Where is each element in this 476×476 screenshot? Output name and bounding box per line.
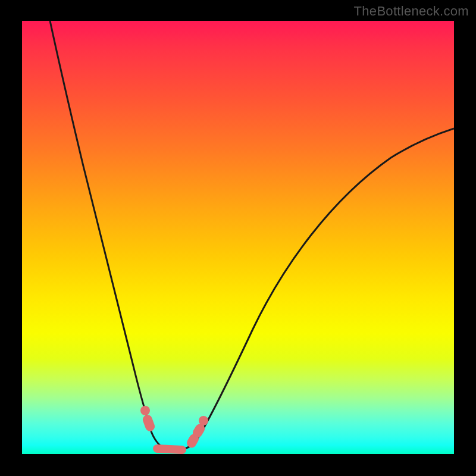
curve-group xyxy=(50,21,454,450)
svg-rect-1 xyxy=(153,444,187,454)
marker-right-3 xyxy=(199,416,208,425)
plot-area xyxy=(22,21,454,454)
marker-floor xyxy=(153,444,187,454)
marker-left-2 xyxy=(142,414,156,433)
curve-right-branch xyxy=(195,129,454,443)
watermark-text: TheBottleneck.com xyxy=(354,4,469,19)
marker-group xyxy=(140,406,208,454)
svg-rect-0 xyxy=(142,414,156,433)
marker-left-1 xyxy=(140,406,150,415)
outer-frame: TheBottleneck.com xyxy=(0,0,476,476)
curve-left-branch xyxy=(50,21,151,431)
bottleneck-curve-svg xyxy=(22,21,454,454)
